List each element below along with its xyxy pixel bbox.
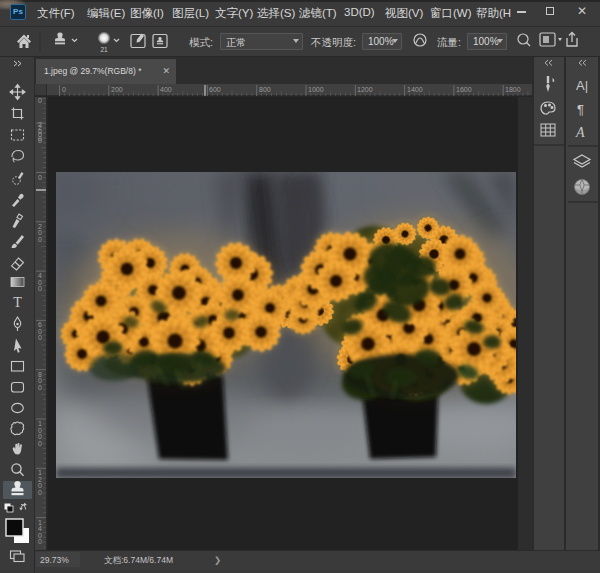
svg-text:0: 0 bbox=[38, 489, 42, 496]
svg-text:0: 0 bbox=[38, 97, 42, 104]
svg-text:400: 400 bbox=[160, 86, 172, 93]
svg-text:0: 0 bbox=[62, 86, 66, 93]
svg-text:1000: 1000 bbox=[308, 86, 324, 93]
svg-text:1200: 1200 bbox=[357, 86, 373, 93]
svg-text:1800: 1800 bbox=[505, 86, 521, 93]
svg-text:0: 0 bbox=[38, 236, 42, 243]
svg-text:0: 0 bbox=[38, 334, 42, 341]
svg-text:600: 600 bbox=[209, 86, 221, 93]
svg-text:0: 0 bbox=[38, 128, 42, 135]
svg-text:200: 200 bbox=[111, 86, 123, 93]
svg-text:A: A bbox=[575, 125, 585, 140]
svg-text:0: 0 bbox=[38, 440, 42, 447]
svg-text:0: 0 bbox=[38, 384, 42, 391]
svg-text:1600: 1600 bbox=[456, 86, 472, 93]
svg-text:1400: 1400 bbox=[407, 86, 423, 93]
svg-text:2: 2 bbox=[38, 121, 42, 128]
svg-text:0: 0 bbox=[38, 174, 42, 181]
svg-text:A|: A| bbox=[576, 78, 588, 93]
svg-text:0: 0 bbox=[38, 538, 42, 545]
svg-text:0: 0 bbox=[38, 285, 42, 292]
svg-text:0: 0 bbox=[38, 135, 42, 142]
svg-text:¶: ¶ bbox=[577, 102, 584, 117]
svg-text:800: 800 bbox=[259, 86, 271, 93]
